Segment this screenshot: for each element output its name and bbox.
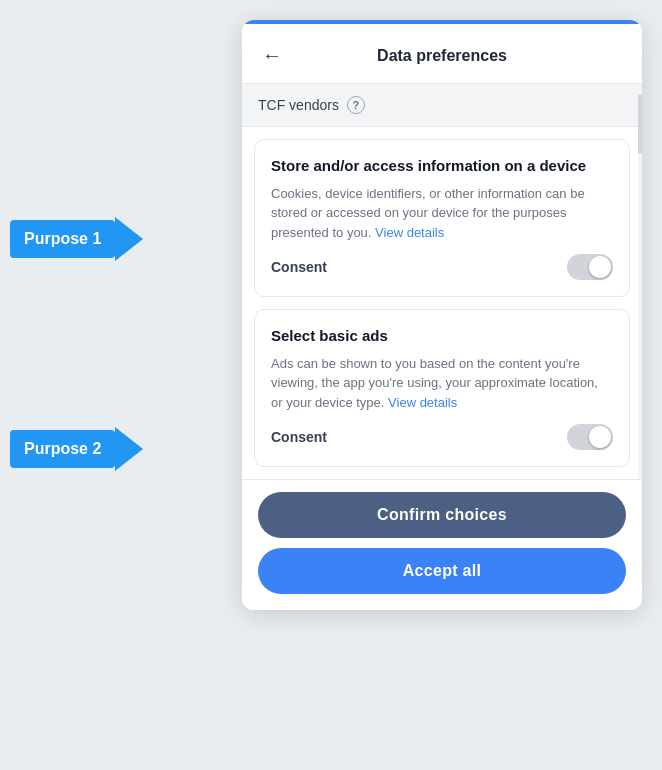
purpose-1-consent-label: Consent [271, 259, 327, 275]
purpose-2-description: Ads can be shown to you based on the con… [271, 354, 613, 413]
tcf-help-icon[interactable]: ? [347, 96, 365, 114]
purpose-2-toggle-thumb [589, 426, 611, 448]
purpose-2-consent-row: Consent [271, 424, 613, 450]
modal-title: Data preferences [286, 47, 626, 65]
purpose-1-consent-toggle[interactable] [567, 254, 613, 280]
purpose-1-title: Store and/or access information on a dev… [271, 156, 613, 176]
purpose-1-arrow-label: Purpose 1 [10, 220, 115, 258]
scrollbar-thumb[interactable] [638, 94, 642, 154]
purpose-2-consent-toggle[interactable] [567, 424, 613, 450]
scrollbar-track [638, 84, 642, 479]
modal-scrollable-content[interactable]: TCF vendors ? Store and/or access inform… [242, 84, 642, 479]
purpose-1-description: Cookies, device identifiers, or other in… [271, 184, 613, 243]
modal-panel: ← Data preferences TCF vendors ? Store a… [242, 20, 642, 610]
purpose-1-toggle-thumb [589, 256, 611, 278]
purpose-2-arrow: Purpose 2 [10, 430, 115, 468]
purpose-1-arrow: Purpose 1 [10, 220, 115, 258]
back-arrow-icon: ← [262, 44, 282, 67]
purpose-1-consent-row: Consent [271, 254, 613, 280]
tcf-vendors-label: TCF vendors [258, 97, 339, 113]
modal-header: ← Data preferences [242, 24, 642, 84]
confirm-choices-button[interactable]: Confirm choices [258, 492, 626, 538]
purpose-2-title: Select basic ads [271, 326, 613, 346]
modal-footer: Confirm choices Accept all [242, 479, 642, 610]
tcf-vendors-section: TCF vendors ? [242, 84, 642, 127]
purpose-2-consent-label: Consent [271, 429, 327, 445]
purpose-1-view-details[interactable]: View details [375, 225, 444, 240]
accept-all-button[interactable]: Accept all [258, 548, 626, 594]
purpose-2-arrow-label: Purpose 2 [10, 430, 115, 468]
purpose-2-view-details[interactable]: View details [388, 395, 457, 410]
purpose-1-card: Store and/or access information on a dev… [254, 139, 630, 297]
purpose-2-card: Select basic ads Ads can be shown to you… [254, 309, 630, 467]
back-button[interactable]: ← [258, 40, 286, 71]
